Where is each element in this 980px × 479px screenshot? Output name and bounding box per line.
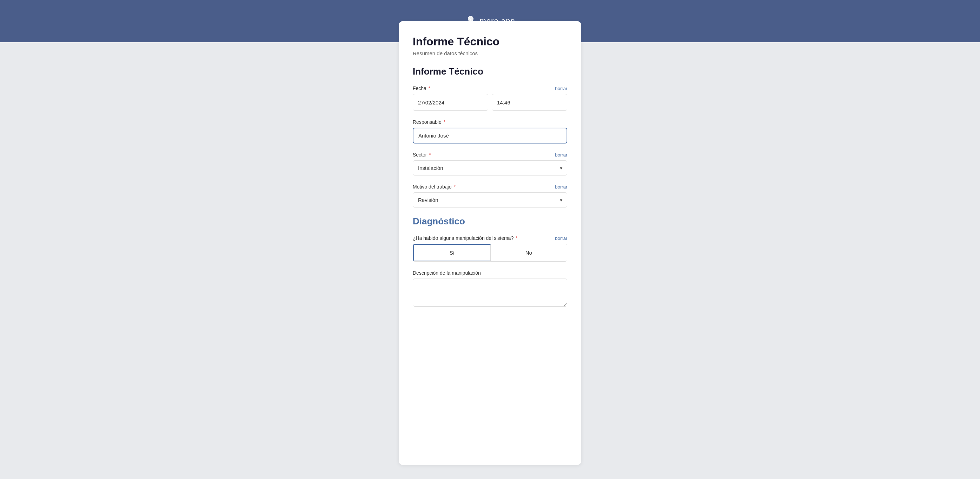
sector-label: Sector * xyxy=(413,152,431,158)
time-input[interactable] xyxy=(492,95,567,110)
manipulacion-label-row: ¿Ha habido alguna manipulación del siste… xyxy=(413,235,567,241)
time-field xyxy=(492,94,567,111)
card-title: Informe Técnico xyxy=(413,35,567,48)
fecha-group: Fecha * borrar xyxy=(413,85,567,111)
motivo-label-row: Motivo del trabajo * borrar xyxy=(413,184,567,190)
responsable-input[interactable] xyxy=(413,128,567,144)
descripcion-group: Descripción de la manipulación xyxy=(413,270,567,308)
sector-group: Sector * borrar Instalación Mantenimient… xyxy=(413,152,567,176)
fecha-borrar[interactable]: borrar xyxy=(555,86,567,91)
sector-select[interactable]: Instalación Mantenimiento Reparación xyxy=(413,160,567,176)
manipulacion-group: ¿Ha habido alguna manipulación del siste… xyxy=(413,235,567,262)
responsable-label: Responsable * xyxy=(413,119,445,125)
section2-title: Diagnóstico xyxy=(413,216,567,227)
manipulacion-label: ¿Ha habido alguna manipulación del siste… xyxy=(413,235,518,241)
descripcion-label: Descripción de la manipulación xyxy=(413,270,481,276)
form-card: Informe Técnico Resumen de datos técnico… xyxy=(399,21,581,465)
motivo-label: Motivo del trabajo * xyxy=(413,184,456,190)
descripcion-textarea[interactable] xyxy=(413,279,567,307)
date-input[interactable] xyxy=(413,95,488,110)
sector-select-wrapper: Instalación Mantenimiento Reparación ▾ xyxy=(413,160,567,176)
date-field xyxy=(413,94,488,111)
card-subtitle: Resumen de datos técnicos xyxy=(413,50,567,56)
fecha-label-row: Fecha * borrar xyxy=(413,85,567,91)
section1-title: Informe Técnico xyxy=(413,66,567,77)
no-button[interactable]: No xyxy=(491,244,567,261)
manipulacion-radio-group: Sí No xyxy=(413,244,567,262)
motivo-group: Motivo del trabajo * borrar Revisión Ins… xyxy=(413,184,567,208)
responsable-label-row: Responsable * xyxy=(413,119,567,125)
page-wrapper: Informe Técnico Resumen de datos técnico… xyxy=(0,42,980,479)
motivo-select[interactable]: Revisión Instalación Avería xyxy=(413,192,567,208)
si-button[interactable]: Sí xyxy=(413,244,491,261)
diagnostico-section: Diagnóstico ¿Ha habido alguna manipulaci… xyxy=(413,216,567,308)
responsable-group: Responsable * xyxy=(413,119,567,144)
fecha-label: Fecha * xyxy=(413,85,430,91)
motivo-select-wrapper: Revisión Instalación Avería ▾ xyxy=(413,192,567,208)
motivo-borrar[interactable]: borrar xyxy=(555,184,567,190)
sector-borrar[interactable]: borrar xyxy=(555,152,567,158)
datetime-row xyxy=(413,94,567,111)
manipulacion-borrar[interactable]: borrar xyxy=(555,236,567,241)
descripcion-label-row: Descripción de la manipulación xyxy=(413,270,567,276)
sector-label-row: Sector * borrar xyxy=(413,152,567,158)
